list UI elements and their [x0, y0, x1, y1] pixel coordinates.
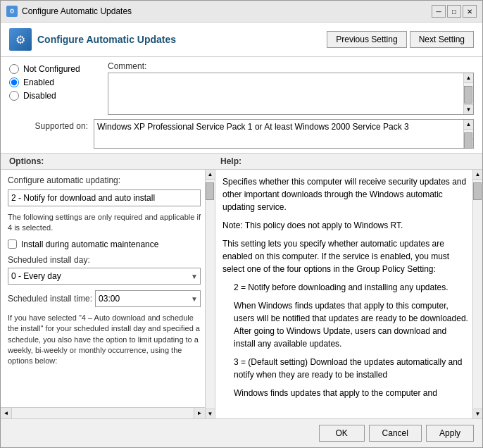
- comment-label: Comment:: [108, 61, 474, 71]
- enabled-label[interactable]: Enabled: [9, 77, 108, 87]
- ok-button[interactable]: OK: [319, 425, 365, 442]
- help-scroll-down[interactable]: ▼: [473, 409, 482, 418]
- close-button[interactable]: ✕: [463, 5, 477, 18]
- content-area: Configure automatic updating: 2 - Notify…: [1, 170, 482, 418]
- options-scroll-left[interactable]: ◄: [1, 408, 12, 418]
- enabled-text: Enabled: [23, 77, 54, 87]
- schedule-time-dropdown[interactable]: 03:00 00:00 01:00 02:00: [95, 290, 201, 307]
- help-para-1: Specifies whether this computer will rec…: [222, 175, 468, 213]
- comment-textarea[interactable]: [108, 73, 463, 114]
- title-bar-left: ⚙ Configure Automatic Updates: [6, 6, 132, 17]
- radio-group: Not Configured Enabled Disabled: [9, 61, 108, 115]
- header-buttons: Previous Setting Next Setting: [327, 31, 474, 48]
- comment-scroll-track: [464, 83, 473, 104]
- options-scroll-right[interactable]: ►: [194, 408, 205, 418]
- configure-label: Configure automatic updating:: [8, 175, 201, 185]
- help-para-4: 2 = Notify before downloading and instal…: [234, 281, 468, 294]
- supported-row: Supported on: Windows XP Professional Se…: [9, 119, 474, 149]
- title-bar: ⚙ Configure Automatic Updates ─ □ ✕: [1, 1, 482, 23]
- help-para-2: Note: This policy does not apply to Wind…: [222, 219, 468, 232]
- not-configured-label[interactable]: Not Configured: [9, 64, 108, 74]
- help-para-5: When Windows finds updates that apply to…: [234, 299, 468, 350]
- options-scroll-thumb[interactable]: [206, 182, 214, 200]
- minimize-button[interactable]: ─: [432, 5, 446, 18]
- supported-box: Windows XP Professional Service Pack 1 o…: [94, 119, 474, 149]
- options-panel: Configure automatic updating: 2 - Notify…: [1, 170, 215, 418]
- top-section: Not Configured Enabled Disabled Comment:: [1, 57, 482, 154]
- help-inner: Specifies whether this computer will rec…: [215, 170, 482, 418]
- next-setting-button[interactable]: Next Setting: [410, 31, 474, 48]
- supported-text: Windows XP Professional Service Pack 1 o…: [94, 120, 473, 134]
- maximize-button[interactable]: □: [447, 5, 461, 18]
- radio-comment-row: Not Configured Enabled Disabled Comment:: [9, 61, 474, 115]
- comment-scroll-down[interactable]: ▼: [464, 104, 473, 114]
- section-headers: Options: Help:: [1, 154, 482, 170]
- bottom-bar: OK Cancel Apply: [1, 418, 482, 447]
- header-area: ⚙ Configure Automatic Updates Previous S…: [1, 23, 482, 57]
- help-para-7: Windows finds updates that apply to the …: [234, 387, 468, 399]
- options-hscrollbar: ◄ ►: [1, 407, 205, 418]
- help-header: Help:: [220, 156, 474, 166]
- help-panel: Specifies whether this computer will rec…: [215, 170, 482, 418]
- supported-scrollbar: ▲ ▼: [463, 120, 473, 148]
- note-text: The following settings are only required…: [8, 212, 201, 234]
- options-scroll-up[interactable]: ▲: [206, 170, 215, 180]
- header-icon: ⚙: [9, 28, 32, 51]
- update-dropdown[interactable]: 2 - Notify for download and auto install…: [8, 189, 201, 206]
- not-configured-text: Not Configured: [23, 64, 80, 74]
- enabled-radio[interactable]: [9, 77, 19, 87]
- header-left: ⚙ Configure Automatic Updates: [9, 28, 176, 51]
- maintenance-checkbox[interactable]: [8, 239, 17, 249]
- options-inner: Configure automatic updating: 2 - Notify…: [1, 170, 215, 418]
- supported-scroll-track: [464, 130, 473, 138]
- maintenance-checkbox-label[interactable]: Install during automatic maintenance: [8, 239, 201, 249]
- comment-scroll-thumb[interactable]: [464, 86, 472, 104]
- comment-scroll-up[interactable]: ▲: [464, 73, 473, 83]
- supported-scroll-thumb[interactable]: [464, 132, 472, 149]
- maintenance-label: Install during automatic maintenance: [21, 239, 158, 249]
- help-para-3: This setting lets you specify whether au…: [222, 237, 468, 275]
- comment-section: Comment: ▲ ▼: [108, 61, 474, 115]
- schedule-time-label: Scheduled install time:: [8, 294, 92, 304]
- time-dropdown-wrapper: 03:00 00:00 01:00 02:00 ▼: [95, 290, 201, 307]
- comment-box: ▲ ▼: [108, 73, 474, 115]
- not-configured-radio[interactable]: [9, 64, 19, 74]
- header-title: Configure Automatic Updates: [37, 34, 176, 45]
- update-dropdown-wrapper: 2 - Notify for download and auto install…: [8, 189, 201, 206]
- help-scrollbar: ▲ ▼: [472, 170, 482, 418]
- supported-scroll-up[interactable]: ▲: [464, 120, 473, 130]
- disabled-label[interactable]: Disabled: [9, 91, 108, 101]
- disabled-text: Disabled: [23, 91, 56, 101]
- supported-label: Supported on:: [9, 119, 94, 131]
- disabled-radio[interactable]: [9, 91, 19, 101]
- schedule-day-label: Scheduled install day:: [8, 255, 201, 265]
- previous-setting-button[interactable]: Previous Setting: [327, 31, 406, 48]
- schedule-day-dropdown[interactable]: 0 - Every day 1 - Sunday 2 - Monday: [8, 268, 201, 285]
- schedule-day-wrapper: 0 - Every day 1 - Sunday 2 - Monday ▼: [8, 268, 201, 285]
- comment-scrollbar: ▲ ▼: [463, 73, 473, 114]
- help-scroll-thumb[interactable]: [473, 182, 482, 200]
- cancel-button[interactable]: Cancel: [369, 425, 422, 442]
- apply-button[interactable]: Apply: [426, 425, 474, 442]
- window-icon: ⚙: [6, 6, 18, 17]
- configure-window: ⚙ Configure Automatic Updates ─ □ ✕ ⚙ Co…: [0, 0, 483, 448]
- info-text: If you have selected "4 – Auto download …: [8, 313, 201, 367]
- window-title: Configure Automatic Updates: [22, 6, 132, 16]
- schedule-time-row: Scheduled install time: 03:00 00:00 01:0…: [8, 290, 201, 307]
- help-scroll-track: [473, 180, 482, 409]
- help-scroll-up[interactable]: ▲: [473, 170, 482, 180]
- options-scroll-track: [206, 180, 215, 409]
- help-para-6: 3 = (Default setting) Download the updat…: [234, 356, 468, 381]
- title-controls: ─ □ ✕: [432, 5, 477, 18]
- options-scroll-down[interactable]: ▼: [206, 409, 215, 418]
- options-scrollbar: ▲ ▼: [205, 170, 215, 418]
- options-header: Options:: [9, 156, 220, 166]
